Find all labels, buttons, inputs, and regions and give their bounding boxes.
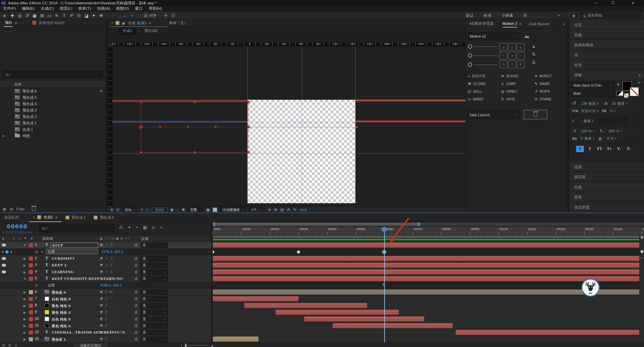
layer-switches[interactable]: ◩ ☼ ╱ [100,243,113,247]
roto-brush-tool[interactable]: ✦ [90,13,97,18]
puppet-pin-tool[interactable]: ✜ [97,13,105,18]
snapshot-icon[interactable]: ◉ [170,208,174,212]
selection-handle[interactable] [140,151,142,154]
zoom-in-mountain-icon[interactable]: ▲ [210,343,214,347]
tab-menu-icon[interactable]: ≡ [55,215,57,219]
viewer-canvas[interactable] [112,46,466,207]
layer-stack-icon[interactable]: ≣ [110,208,113,212]
timeline-search-input[interactable]: ▾ [39,224,114,232]
reset-exposure-icon[interactable]: ↻ [293,208,296,212]
layer-color-chip[interactable] [29,331,33,335]
motion-blur-icon[interactable]: ◎ [152,225,155,230]
font-style-dropdown[interactable]: Bold⌄ [571,90,614,97]
switches-column-icons[interactable]: ◪ ☼ ╲ fx ▦ ◎ ◑ ○ [99,237,130,240]
layer-switches[interactable]: ◩ ☼ ╱ [100,270,113,273]
timeline-zoom-slider[interactable] [185,345,208,346]
panel-段落[interactable]: 段落 [569,162,644,172]
channels-icon[interactable]: ✱ [182,208,185,212]
mask-visibility-icon[interactable]: ◇ [146,208,149,212]
tsume-value[interactable]: 0 [607,136,609,140]
layer-bar-row[interactable] [213,329,644,336]
panel-跟踪器[interactable]: 跟踪器 [569,172,644,182]
label-column-icon[interactable]: ⚑ [24,237,27,240]
panel-信息[interactable]: 信息 [569,20,644,30]
timeline-tab-合成1[interactable]: ×合成1≡ [29,213,62,222]
layer-row[interactable]: ▶11黑色 纯色 6◩ ╱@无⌄ [0,322,211,329]
menu-item[interactable]: 合成(C) [38,6,57,11]
selection-handle[interactable] [194,151,196,154]
task-launch-dropdown[interactable]: Task Launch⌄ [467,111,520,119]
switch-cells[interactable] [116,303,132,308]
selection-handle[interactable] [247,151,250,154]
layer-switches[interactable]: ◩ ☼ ╱ [100,257,113,260]
parent-pickwhip-icon[interactable]: @ [134,277,138,280]
expander-icon[interactable]: ▶ [24,291,26,294]
camera-tool[interactable]: ▣ [31,13,38,18]
pixel-preview-icon[interactable]: ✢ [164,13,167,18]
property-value[interactable]: -1275.2, 323.2 [100,250,123,254]
layer-switches[interactable]: ◩ ╱ fx [100,290,113,294]
eye-icon[interactable] [2,264,6,267]
expander-icon[interactable]: ▶ [24,324,26,328]
slider-track[interactable] [475,55,497,56]
timeline-right-strip[interactable]: ✎ [639,235,644,343]
tab-close-icon[interactable]: × [33,215,35,219]
layer-row[interactable]: ▶4TLEARNING◩ ☼ ╱@无⌄ [0,269,211,275]
graph-editor-icon[interactable]: ∿ [160,225,163,230]
layer-row[interactable]: ▶3TKEEP 2◩ ☼ ╱@无⌄ [0,262,211,269]
slider-track[interactable] [475,46,497,47]
eye-icon[interactable] [2,270,6,273]
selection-handle[interactable] [247,101,250,103]
screen-icon[interactable]: ⊡ [116,208,119,212]
slider-knob[interactable] [468,53,472,58]
layer-bar-row[interactable] [213,289,644,296]
switch-cells[interactable] [116,337,132,342]
tab-footage[interactable]: 素材（无） [169,20,188,26]
layer-switches[interactable]: ◩ ☼ ╱ [100,263,113,267]
screen-capture-icon[interactable]: ⊡ [171,13,175,18]
project-item[interactable]: 预合成 2 [0,114,106,120]
pixel-aspect-icon[interactable]: ⊞ [274,208,277,212]
tab-render-queue[interactable]: 渲染队列 [4,215,19,220]
layer-row[interactable]: ▶7白色 纯色 9◩ ╱@无⌄ [0,296,211,302]
panel-库[interactable]: 库 [569,50,644,60]
layer-duration-bar[interactable] [333,323,453,328]
layer-bar-row[interactable] [213,275,644,282]
layer-name[interactable]: 白色 纯色 9 [52,317,71,322]
expander-icon[interactable]: ▶ [24,298,26,301]
layer-duration-bar[interactable] [304,316,424,321]
layer-color-chip[interactable] [29,263,33,267]
menu-item[interactable]: 视图(V) [113,6,132,11]
layer-switches[interactable]: ◩ ╱ [100,304,108,307]
vertical-scale-value[interactable]: 100 [581,129,587,133]
font-size-value[interactable]: 138 [581,101,587,105]
parent-dropdown[interactable]: 无⌄ [140,330,168,335]
tab-motion2[interactable]: Motion 2 [502,20,517,28]
updown-arrows-icon[interactable]: ⇅ [532,52,536,57]
switch-cells[interactable] [116,330,132,335]
viewer-panel-menu-icon[interactable]: ≡ [149,21,151,25]
property-value[interactable]: 4180.2, 323.2 [100,283,122,287]
breadcrumb-current[interactable]: 合成1 [119,27,136,34]
vertical-ruler[interactable] [108,46,112,207]
workspace-库[interactable]: 库 [523,13,527,18]
horizontal-ruler[interactable]: 1600140012001000800600400200020040060080… [112,42,466,46]
flowchart-icon[interactable]: ⁂ [287,208,290,212]
resolution-dropdown[interactable]: 完整⌄ [188,208,203,212]
viewer-timecode[interactable]: 00060 [152,208,167,212]
tab-duik-bassel[interactable]: Duik Bassel [529,22,549,26]
expander-icon[interactable]: ▼ [24,277,26,280]
workspace-小屏幕[interactable]: 小屏幕 [501,13,513,18]
default-fill-stroke-icon[interactable] [616,91,623,96]
property-row[interactable]: ◷位置4180.2, 323.2 [0,282,211,289]
parent-pickwhip-icon[interactable]: @ [134,324,138,328]
tab-ae-script-manager[interactable]: AE脚本管理器 [469,21,494,26]
layer-bar-row[interactable] [213,296,644,302]
project-item[interactable]: 预合成 6⁂ [0,88,106,94]
layer-color-chip[interactable] [29,317,33,321]
parent-pickwhip-icon[interactable]: @ [134,310,138,314]
motion-button-excite[interactable]: +EXCITE [468,74,501,78]
zoom-level-dropdown[interactable]: 25%⌄ [122,208,138,212]
camera-view-dropdown[interactable]: 活动摄像机⌄ [220,208,246,212]
anchor-icon[interactable]: ⚓ [532,60,536,65]
